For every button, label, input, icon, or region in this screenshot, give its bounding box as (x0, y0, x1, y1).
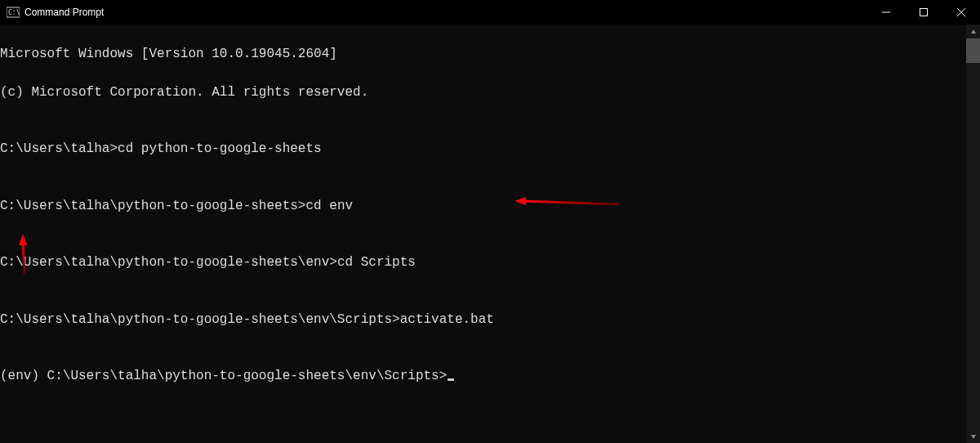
command-line: C:\Users\talha\python-to-google-sheets\e… (0, 311, 980, 329)
command: cd Scripts (337, 255, 416, 270)
vertical-scrollbar[interactable] (966, 25, 980, 443)
cmd-icon: C:\ (7, 6, 20, 19)
scroll-thumb[interactable] (966, 38, 980, 63)
output-line: Microsoft Windows [Version 10.0.19045.26… (0, 45, 980, 64)
output-line: (c) Microsoft Corporation. All rights re… (0, 83, 980, 102)
text-cursor (448, 378, 454, 381)
svg-text:C:\: C:\ (8, 9, 20, 16)
prompt: (env) C:\Users\talha\python-to-google-sh… (0, 369, 447, 383)
titlebar[interactable]: C:\ Command Prompt (0, 0, 980, 25)
prompt: C:\Users\talha\python-to-google-sheets\e… (0, 255, 337, 270)
command-line: C:\Users\talha>cd python-to-google-sheet… (0, 140, 980, 159)
terminal-output[interactable]: Microsoft Windows [Version 10.0.19045.26… (0, 25, 980, 405)
prompt: C:\Users\talha\python-to-google-sheets> (0, 199, 305, 213)
window-controls (867, 0, 980, 25)
svg-rect-3 (920, 9, 928, 16)
command: cd env (305, 199, 353, 213)
titlebar-left: C:\ Command Prompt (7, 6, 104, 19)
command-line: C:\Users\talha\python-to-google-sheets\e… (0, 253, 980, 272)
active-prompt-line: (env) C:\Users\talha\python-to-google-sh… (0, 367, 980, 386)
scroll-down-arrow-icon[interactable] (966, 429, 980, 443)
command-line: C:\Users\talha\python-to-google-sheets>c… (0, 197, 980, 216)
prompt: C:\Users\talha> (0, 141, 118, 156)
close-button[interactable] (942, 0, 980, 25)
maximize-button[interactable] (905, 0, 942, 25)
svg-marker-7 (971, 435, 976, 439)
prompt: C:\Users\talha\python-to-google-sheets\e… (0, 312, 400, 327)
window-title: Command Prompt (24, 7, 104, 18)
svg-marker-6 (971, 29, 976, 34)
command: cd python-to-google-sheets (118, 141, 322, 156)
command: activate.bat (400, 312, 494, 327)
minimize-button[interactable] (867, 0, 905, 25)
scroll-up-arrow-icon[interactable] (966, 25, 980, 38)
